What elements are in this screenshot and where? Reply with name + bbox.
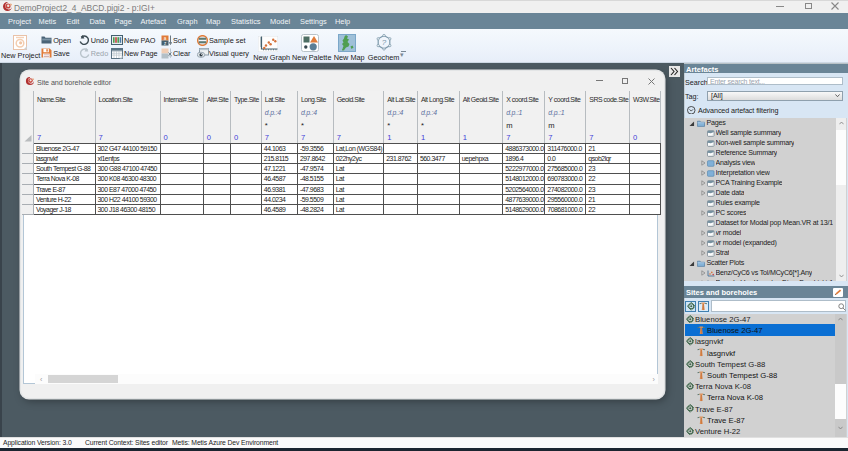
svg-text:?: ? <box>382 38 387 47</box>
